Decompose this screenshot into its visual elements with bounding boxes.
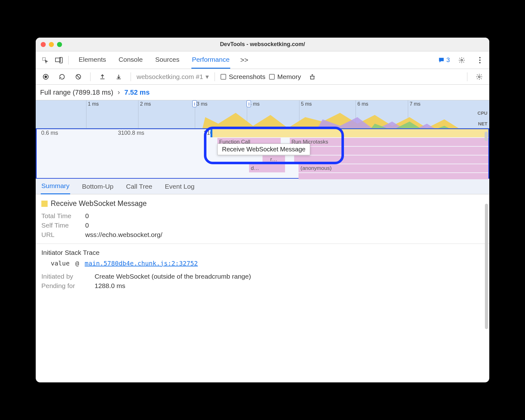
svg-point-6	[479, 62, 481, 63]
capture-settings-icon[interactable]	[473, 71, 486, 83]
pending-for-row: Pending for 1288.0 ms	[41, 282, 484, 290]
recording-label: websocketking.com #1	[137, 73, 203, 81]
selection-handle-left[interactable]	[192, 100, 197, 107]
event-tooltip: Receive WebSocket Message	[217, 144, 310, 155]
flame-event-row[interactable]	[299, 173, 488, 179]
reload-button[interactable]	[56, 71, 68, 83]
flame-chart[interactable]: 0.6 ms 3100.8 ms 3101.0 ms 3101.2 ms 310…	[36, 129, 489, 179]
flame-event-row[interactable]	[294, 155, 488, 164]
issues-badge[interactable]: 3	[438, 56, 450, 64]
selected-event-marker	[211, 129, 212, 137]
net-track-label: NET	[478, 121, 487, 126]
total-time-value: 0	[85, 212, 89, 220]
tab-elements[interactable]: Elements	[78, 51, 107, 69]
checkbox-icon	[269, 74, 275, 80]
performance-toolbar: websocketking.com #1 ▾ Screenshots Memor…	[36, 69, 489, 85]
ruler-tick: 0.6 ms	[41, 130, 58, 136]
window-controls	[41, 42, 62, 47]
svg-point-5	[479, 59, 481, 61]
self-time-value: 0	[85, 222, 89, 229]
clear-button[interactable]	[72, 71, 85, 83]
record-button[interactable]	[39, 71, 52, 83]
checkbox-icon	[221, 74, 226, 80]
kebab-menu-icon[interactable]	[474, 54, 486, 66]
initiated-by-label: Initiated by	[41, 273, 88, 280]
title-bar: DevTools - websocketking.com/	[36, 38, 489, 51]
url-row: URL wss://echo.websocket.org/	[41, 231, 484, 239]
scrollbar-thumb[interactable]	[485, 132, 488, 141]
panel-tabs: Elements Console Sources Performance	[78, 51, 230, 69]
ruler-tick: 3 ms	[197, 101, 208, 107]
tab-sources[interactable]: Sources	[155, 51, 180, 69]
ruler-tick: 2 ms	[140, 101, 151, 107]
tab-event-log[interactable]: Event Log	[164, 179, 195, 194]
device-toolbar-icon[interactable]	[53, 54, 65, 66]
svg-point-10	[478, 76, 480, 78]
flame-event-run-microtasks[interactable]: Run Microtasks	[290, 138, 488, 146]
summary-panel: Receive WebSocket Message Total Time 0 S…	[36, 194, 489, 382]
stack-source-link[interactable]: main.5780db4e.chunk.js:2:32752	[85, 260, 198, 267]
breadcrumb: Full range (7899.18 ms) › 7.52 ms	[36, 85, 489, 100]
tab-summary[interactable]: Summary	[41, 178, 70, 194]
tab-performance[interactable]: Performance	[191, 51, 230, 69]
svg-point-3	[461, 59, 463, 61]
stack-at: @	[75, 260, 79, 267]
memory-label: Memory	[277, 73, 301, 81]
tab-console[interactable]: Console	[118, 51, 143, 69]
event-name: Receive WebSocket Message	[51, 199, 147, 208]
issues-count: 3	[446, 56, 450, 64]
self-time-label: Self Time	[41, 222, 79, 229]
separator	[131, 72, 131, 81]
dropdown-caret-icon: ▾	[205, 73, 209, 81]
divider	[36, 244, 489, 244]
recording-selector[interactable]: websocketking.com #1 ▾	[137, 73, 209, 81]
initiated-by-value: Create WebSocket (outside of the breadcr…	[95, 273, 251, 280]
inspect-element-icon[interactable]	[39, 54, 51, 66]
collect-garbage-icon[interactable]	[306, 71, 319, 83]
ruler-tick: 7 ms	[410, 101, 421, 107]
memory-checkbox[interactable]: Memory	[269, 73, 301, 81]
minimize-window-button[interactable]	[49, 42, 54, 47]
overview-ruler: 1 ms 2 ms 3 ms 4 ms 5 ms 6 ms 7 ms	[36, 100, 470, 108]
tab-bottom-up[interactable]: Bottom-Up	[81, 179, 114, 194]
initiated-by-row: Initiated by Create WebSocket (outside o…	[41, 273, 484, 280]
separator	[467, 72, 467, 81]
upload-profile-icon[interactable]	[96, 71, 109, 83]
timeline-overview[interactable]: 1 ms 2 ms 3 ms 4 ms 5 ms 6 ms 7 ms CPU N…	[36, 100, 489, 129]
flame-event-receive-ws[interactable]	[211, 129, 488, 137]
event-color-swatch	[41, 201, 48, 207]
window-title: DevTools - websocketking.com/	[36, 41, 489, 48]
breadcrumb-full-range[interactable]: Full range (7899.18 ms)	[40, 88, 113, 97]
main-tab-bar: Elements Console Sources Performance >> …	[36, 51, 489, 69]
total-time-label: Total Time	[41, 212, 79, 220]
download-profile-icon[interactable]	[112, 71, 125, 83]
ruler-tick: 1 ms	[88, 101, 99, 107]
flame-event-truncated[interactable]: d…	[249, 164, 285, 172]
pending-for-label: Pending for	[41, 282, 88, 290]
svg-point-4	[479, 57, 481, 58]
tab-call-tree[interactable]: Call Tree	[125, 179, 153, 194]
total-time-row: Total Time 0	[41, 212, 484, 220]
screenshots-checkbox[interactable]: Screenshots	[221, 73, 265, 81]
maximize-window-button[interactable]	[57, 42, 62, 47]
event-title-row: Receive WebSocket Message	[41, 199, 484, 208]
scrollbar-thumb[interactable]	[485, 204, 488, 329]
settings-icon[interactable]	[455, 54, 468, 66]
chevron-right-icon: ›	[118, 88, 120, 97]
separator	[90, 72, 91, 81]
separator	[68, 56, 69, 65]
detail-tab-bar: Summary Bottom-Up Call Tree Event Log	[36, 179, 489, 194]
self-time-row: Self Time 0	[41, 222, 484, 229]
more-tabs-button[interactable]: >>	[240, 56, 248, 64]
close-window-button[interactable]	[41, 42, 46, 47]
flame-event-anonymous[interactable]: (anonymous)	[299, 164, 488, 172]
cpu-overview-graph	[36, 108, 470, 129]
breadcrumb-selection[interactable]: 7.52 ms	[124, 88, 150, 97]
stack-function: value	[51, 260, 70, 267]
url-label: URL	[41, 231, 79, 239]
screenshots-label: Screenshots	[229, 73, 265, 81]
selection-handle-right[interactable]	[247, 100, 251, 107]
flame-event-truncated[interactable]: r…	[262, 155, 285, 164]
separator	[215, 72, 215, 81]
ruler-tick: 5 ms	[301, 101, 312, 107]
